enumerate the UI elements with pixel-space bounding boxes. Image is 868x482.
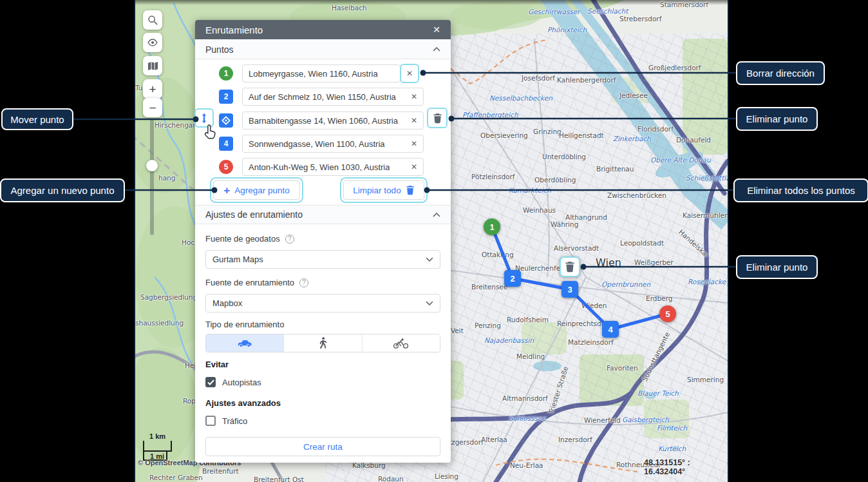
clear-address-icon[interactable]: ✕ [407,92,417,101]
settings-section-title: Ajustes de enrutamiento [205,209,303,220]
waypoint-address-field-3[interactable]: Barnabitengasse 14, Wien 1060, Austria ✕ [242,111,424,130]
visibility-button[interactable] [143,33,162,52]
routing-panel: Enrutamiento ✕ Puntos 1 Lobmeyrgasse, Wi… [195,20,451,463]
geodata-source-label: Fuente de geodatos ? [205,234,294,244]
create-route-label: Crear ruta [303,442,343,452]
close-button[interactable]: ✕ [433,25,440,34]
locate-icon [222,116,231,125]
geodata-source-text: Fuente de geodatos [205,234,280,244]
clear-all-label: Limpiar todo [353,186,401,195]
points-section-title: Puntos [205,44,234,55]
waypoint-address-field-4[interactable]: Sonnwendgasse, Wien 1100, Austria ✕ [242,135,424,153]
layers-button[interactable] [143,56,162,75]
bicycle-icon [393,338,409,349]
chevron-down-icon [426,257,433,262]
panel-title: Enrutamiento [205,24,263,35]
zoom-slider-handle[interactable] [146,160,158,171]
callout-move-point: Mover punto [1,108,73,130]
zoom-in-button[interactable]: + [143,79,162,99]
points-section-header[interactable]: Puntos [195,40,451,59]
waypoint-row-4: 4 Sonnwendgasse, Wien 1100, Austria ✕ [195,135,451,154]
waypoint-address-text: Barnabitengasse 14, Wien 1060, Austria [249,116,398,126]
geodata-source-select[interactable]: Gurtam Maps [205,250,440,269]
trash-icon [433,113,442,124]
route-type-label: Tipo de enrutamiento [205,320,284,329]
map-delete-point-button[interactable] [560,256,580,277]
waypoint-row-3: Barnabitengasse 14, Wien 1060, Austria ✕ [195,111,451,131]
route-type-bike[interactable] [363,334,440,352]
zoom-slider-track[interactable] [150,119,154,235]
waypoint-row-2: 2 Auf der Schmelz 10, Wien 1150, Austria… [195,88,451,107]
waypoint-row-1: 1 Lobmeyrgasse, Wien 1160, Austria ✕ [195,64,451,84]
waypoint-badge-4: 4 [219,137,233,151]
waypoint-badge-3-locate [219,113,233,128]
waypoint-badge-1: 1 [219,66,233,81]
create-route-button[interactable]: Crear ruta [205,437,440,456]
plus-icon: + [223,185,230,196]
routing-source-label: Fuente de enrutamiento ? [205,278,308,287]
routing-source-text: Fuente de enrutamiento [205,278,294,287]
route-type-walk[interactable] [284,334,362,352]
avoid-highways-label: Autopistas [222,378,261,387]
checkbox-unchecked[interactable] [205,416,216,426]
callout-clear-address: Borrar dirección [736,61,825,85]
clear-address-button-highlighted[interactable]: ✕ [400,64,419,83]
check-icon [207,380,214,385]
route-marker-2[interactable]: 2 [504,270,521,287]
help-icon[interactable]: ? [299,278,308,287]
panel-header: Enrutamiento ✕ [195,20,451,39]
cursor-coordinates: 48.131515° : 16.432404° [644,458,728,476]
callout-delete-point-map: Eliminar punto [736,255,818,279]
avoid-label: Evitar [205,360,229,369]
chevron-up-icon[interactable] [433,213,440,217]
waypoint-address-text: Lobmeyrgasse, Wien 1160, Austria [249,69,378,79]
trash-icon [565,261,575,273]
clear-address-icon[interactable]: ✕ [407,162,417,171]
chevron-down-icon [426,301,433,305]
route-marker-3[interactable]: 3 [561,281,578,298]
waypoint-address-text: Anton-Kuh-Weg 5, Wien 1030, Austria [249,162,390,172]
traffic-label: Tráfico [222,416,247,426]
route-marker-4[interactable]: 4 [602,321,619,338]
hand-cursor [204,124,218,141]
add-point-button-highlighted[interactable]: + Agregar punto [213,180,300,200]
waypoint-address-field-5[interactable]: Anton-Kuh-Weg 5, Wien 1030, Austria ✕ [242,158,424,176]
advanced-settings-label: Ajustes avanzados [205,398,281,408]
route-type-car-selected[interactable] [206,334,284,352]
callout-delete-all-points: Eliminar todos los puntos [733,178,868,202]
help-icon[interactable]: ? [285,235,294,244]
traffic-checkbox-row[interactable]: Tráfico [205,416,247,426]
geodata-source-value: Gurtam Maps [212,255,263,264]
chevron-up-icon[interactable] [433,47,440,52]
search-button[interactable] [143,10,162,30]
eye-icon [147,39,158,46]
waypoint-badge-2: 2 [219,90,233,104]
delete-point-button-highlighted[interactable] [427,108,448,128]
avoid-highways-checkbox-row[interactable]: Autopistas [205,377,261,387]
waypoint-row-5: 5 Anton-Kuh-Weg 5, Wien 1030, Austria ✕ [195,158,451,177]
pedestrian-icon [319,337,327,350]
waypoint-address-text: Auf der Schmelz 10, Wien 1150, Austria [249,92,396,102]
waypoint-badge-5: 5 [219,160,233,174]
waypoint-address-field-1[interactable]: Lobmeyrgasse, Wien 1160, Austria [242,64,401,82]
settings-section-header[interactable]: Ajustes de enrutamiento [195,205,451,224]
checkbox-checked[interactable] [205,377,216,387]
car-icon [237,339,252,347]
routing-source-value: Mapbox [212,298,242,308]
zoom-out-button[interactable]: − [143,98,162,117]
add-point-label: Agregar punto [234,186,290,195]
routing-source-select[interactable]: Mapbox [205,294,440,313]
clear-all-button-highlighted[interactable]: Limpiar todo [343,180,424,200]
route-marker-1[interactable]: 1 [484,218,500,235]
search-icon [147,15,158,25]
map-layers-icon [147,61,158,71]
scale-km-label: 1 km [149,432,165,440]
clear-address-icon[interactable]: ✕ [407,139,417,148]
waypoint-address-text: Sonnwendgasse, Wien 1100, Austria [249,139,385,149]
waypoint-address-field-2[interactable]: Auf der Schmelz 10, Wien 1150, Austria ✕ [242,88,424,106]
trash-icon [406,185,415,195]
callout-delete-point: Eliminar punto [736,107,818,131]
route-marker-5[interactable]: 5 [659,305,676,322]
clear-address-icon[interactable]: ✕ [407,116,417,125]
route-type-segmented-control [205,334,440,352]
